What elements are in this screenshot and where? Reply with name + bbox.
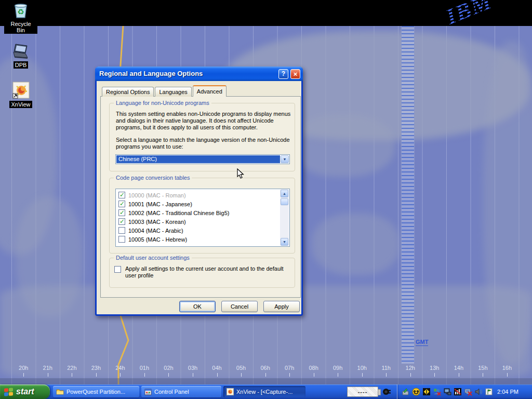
advanced-tab-page: Language for non-Unicode programs This s… <box>100 96 301 298</box>
checkbox[interactable] <box>118 201 125 207</box>
taskbar-button-powerquest[interactable]: PowerQuest Partition... <box>53 386 139 397</box>
offline-users-icon[interactable] <box>433 388 441 396</box>
recycle-bin-icon: ♻ <box>11 2 30 19</box>
start-label: start <box>16 387 34 396</box>
windows-flag-icon <box>4 388 13 396</box>
taskbar-button-control-panel[interactable]: Control Panel <box>141 386 221 397</box>
control-panel-icon <box>144 389 152 395</box>
timezone-label: 03h <box>181 365 205 371</box>
timezone-label: 05h <box>229 365 254 371</box>
antivirus-icon[interactable] <box>422 388 431 396</box>
desktop-icon-xnview[interactable]: XnView <box>4 81 37 108</box>
cancel-button[interactable]: Cancel <box>221 301 258 312</box>
window-title: Regional and Language Options <box>99 66 203 81</box>
timezone-scale: 20h 21h 22h 23h 24h 01h 02h 03h 04h 05h … <box>11 365 519 371</box>
ok-button[interactable]: OK <box>179 301 216 312</box>
group-default-user-settings: Default user account settings Apply all … <box>109 258 295 288</box>
scrollbar[interactable]: ▲ ▼ <box>280 190 289 246</box>
xnview-icon <box>227 388 234 395</box>
codepage-row[interactable]: 10003 (MAC - Korean) <box>116 217 289 226</box>
taskbar-button-label: XnView - [<Capture-... <box>236 389 292 395</box>
codepage-row[interactable]: 10000 (MAC - Roman) <box>116 191 289 200</box>
power-plug-icon[interactable] <box>382 388 391 396</box>
ibm-logo: IBM <box>442 0 496 30</box>
tab-regional-options[interactable]: Regional Options <box>102 87 154 97</box>
checkbox[interactable] <box>118 218 125 225</box>
timezone-label: 23h <box>84 365 109 371</box>
tab-advanced[interactable]: Advanced <box>193 85 227 97</box>
non-unicode-select-label: Select a language to match the language … <box>116 137 295 150</box>
network-computer-icon[interactable] <box>443 388 451 396</box>
system-tray: 2:04 PM <box>397 384 532 399</box>
checkbox[interactable] <box>118 236 125 243</box>
checkbox[interactable] <box>118 209 125 216</box>
language-dropdown[interactable]: Chinese (PRC) ▼ <box>115 154 290 164</box>
timezone-label: 13h <box>422 365 447 371</box>
default-user-checkbox-label[interactable]: Apply all settings to the current user a… <box>125 265 290 279</box>
taskbar-toolbar-button[interactable]: ---- <box>347 387 378 397</box>
desktop-icon-label: DPB <box>14 61 29 69</box>
language-dropdown-value: Chinese (PRC) <box>116 155 280 163</box>
taskbar-button-xnview[interactable]: XnView - [<Capture-... <box>223 386 305 397</box>
codepage-label: 10004 (MAC - Arabic) <box>128 228 183 234</box>
voice-phone-icon[interactable] <box>412 388 420 396</box>
taskbar-button-label: PowerQuest Partition... <box>66 389 125 395</box>
help-button[interactable]: ? <box>278 69 288 79</box>
blocked-signal-icon[interactable] <box>454 388 462 396</box>
gmt-label: GMT <box>416 339 428 346</box>
timezone-label: 10h <box>350 365 374 371</box>
xnview-icon <box>11 81 30 100</box>
scroll-down-icon[interactable]: ▼ <box>281 238 288 246</box>
codepage-label: 10005 (MAC - Hebrew) <box>128 236 187 243</box>
desktop-icon-label: XnView <box>9 101 32 108</box>
timezone-label: 06h <box>253 365 277 371</box>
group-caption: Default user account settings <box>114 255 192 261</box>
scrollbar-thumb[interactable] <box>281 198 288 205</box>
timezone-label: 04h <box>205 365 229 371</box>
timezone-label: 22h <box>60 365 84 371</box>
codepage-row[interactable]: 10004 (MAC - Arabic) <box>116 226 289 235</box>
close-button[interactable]: × <box>290 69 300 79</box>
timezone-label: 11h <box>374 365 398 371</box>
tab-languages[interactable]: Languages <box>155 87 191 97</box>
taskbar: start PowerQuest Partition... Control Pa… <box>0 384 532 399</box>
group-code-page-tables: Code page conversion tables 10000 (MAC -… <box>109 178 295 254</box>
volume-icon[interactable] <box>474 388 483 396</box>
network-disconnected-icon[interactable] <box>464 388 472 396</box>
non-unicode-description: This system setting enables non-Unicode … <box>116 111 295 131</box>
checkbox[interactable] <box>114 266 121 273</box>
folder-icon <box>56 389 64 395</box>
start-button[interactable]: start <box>0 384 50 399</box>
timezone-label: 14h <box>447 365 471 371</box>
timezone-label: 20h <box>11 365 36 371</box>
apply-button[interactable]: Apply <box>263 301 300 312</box>
timezone-label: 02h <box>156 365 181 371</box>
group-language-non-unicode: Language for non-Unicode programs This s… <box>109 103 295 171</box>
desktop-icon-dpb[interactable]: DPB <box>4 43 37 69</box>
timezone-label: 01h <box>132 365 157 371</box>
laptop-icon <box>10 43 31 60</box>
checkbox[interactable] <box>118 227 125 234</box>
codepage-label: 10000 (MAC - Roman) <box>128 192 186 198</box>
mouse-cursor <box>237 168 244 179</box>
wallpaper-top-band: IBM <box>0 0 532 26</box>
codepage-label: 10003 (MAC - Korean) <box>128 219 186 225</box>
checkbox[interactable] <box>118 192 125 198</box>
desktop-icon-recycle-bin[interactable]: ♻ Recycle Bin <box>4 2 37 34</box>
desktop-icon-label: Recycle Bin <box>4 20 37 34</box>
chevron-down-icon[interactable]: ▼ <box>281 155 289 163</box>
svg-text:♻: ♻ <box>17 7 24 16</box>
timezone-label: 09h <box>326 365 350 371</box>
scroll-up-icon[interactable]: ▲ <box>281 190 288 197</box>
codepage-row[interactable]: 10005 (MAC - Hebrew) <box>116 235 289 244</box>
window-titlebar[interactable]: Regional and Language Options ? × <box>95 66 303 81</box>
codepage-row[interactable]: 10002 (MAC - Traditional Chinese Big5) <box>116 208 289 217</box>
taskbar-button-label: Control Panel <box>154 389 189 395</box>
map-bottom-strip <box>0 378 532 384</box>
timezone-label: 21h <box>36 365 60 371</box>
codepage-list[interactable]: 10000 (MAC - Roman) 10001 (MAC - Japanes… <box>115 189 290 247</box>
safely-remove-hardware-icon[interactable] <box>402 388 410 396</box>
codepage-row[interactable]: 10001 (MAC - Japanese) <box>116 200 289 208</box>
timezone-label: 12h <box>398 365 423 371</box>
scheduler-flag-icon[interactable] <box>485 388 493 396</box>
